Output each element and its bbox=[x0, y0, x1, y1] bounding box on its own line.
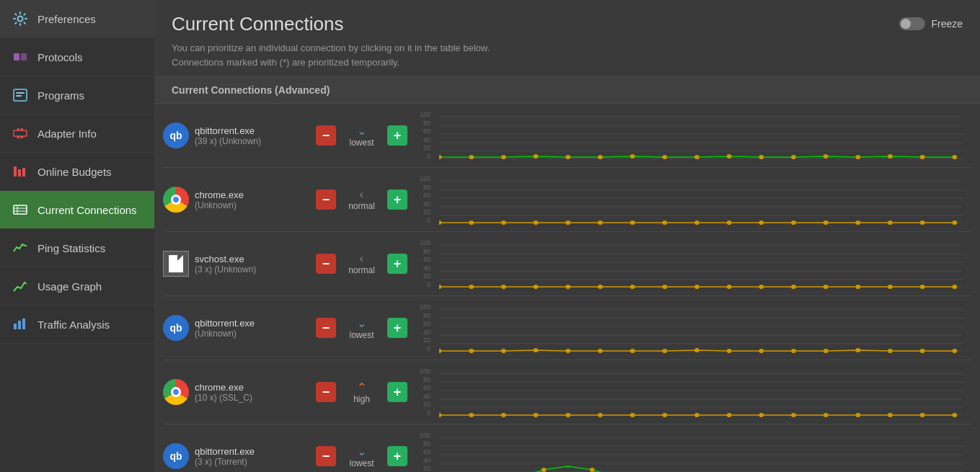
svg-point-36 bbox=[694, 155, 699, 159]
increase-priority-button[interactable]: + bbox=[387, 446, 407, 466]
sidebar-item-usage-graph[interactable]: Usage Graph bbox=[0, 267, 154, 306]
chart-y-axis: 100806040200 bbox=[413, 430, 431, 472]
increase-priority-button[interactable]: + bbox=[387, 382, 407, 402]
decrease-priority-button[interactable]: − bbox=[316, 190, 336, 210]
svg-rect-11 bbox=[14, 166, 17, 177]
app-details-text: (3 x) (Unknown) bbox=[195, 264, 310, 275]
decrease-priority-button[interactable]: − bbox=[316, 125, 336, 146]
svg-point-87 bbox=[855, 285, 860, 289]
app-name: qbittorrent.exe (39 x) (Unknown) bbox=[195, 125, 310, 146]
svg-point-131 bbox=[791, 413, 796, 417]
increase-priority-button[interactable]: + bbox=[387, 254, 407, 274]
gear-icon bbox=[12, 10, 29, 27]
svg-point-133 bbox=[855, 413, 860, 417]
app-details-text: (3 x) (Torrent) bbox=[195, 457, 310, 467]
svg-rect-5 bbox=[16, 95, 22, 97]
arrow-icon: ⌃ bbox=[357, 380, 366, 394]
svg-point-31 bbox=[534, 154, 539, 159]
sidebar-item-adapter-info[interactable]: Adapter Info bbox=[0, 115, 154, 153]
svg-point-66 bbox=[920, 221, 925, 225]
freeze-toggle[interactable]: Freeze bbox=[899, 17, 963, 30]
svg-point-35 bbox=[662, 155, 667, 159]
traffic-icon bbox=[12, 316, 29, 333]
table-row: qb qbittorrent.exe (3 x) (Torrent) − ⌄ l… bbox=[163, 424, 971, 472]
app-details-text: (Unknown) bbox=[195, 329, 310, 339]
sidebar-item-ping-statistics[interactable]: Ping Statistics bbox=[0, 229, 154, 267]
svg-point-88 bbox=[888, 285, 893, 289]
section-label: Current Connections (Advanced) bbox=[154, 77, 980, 104]
app-name: svchost.exe (3 x) (Unknown) bbox=[195, 254, 310, 275]
freeze-toggle-track[interactable] bbox=[899, 17, 925, 30]
svg-rect-20 bbox=[18, 321, 21, 329]
sidebar-item-online-budgets[interactable]: Online Budgets bbox=[0, 153, 154, 191]
svchost-inner bbox=[169, 255, 183, 272]
svg-point-30 bbox=[501, 155, 506, 159]
svg-point-34 bbox=[630, 154, 635, 159]
svg-point-62 bbox=[791, 221, 796, 225]
svg-point-123 bbox=[534, 413, 539, 417]
svg-point-110 bbox=[855, 348, 860, 352]
program-icon bbox=[12, 86, 29, 104]
svg-point-98 bbox=[469, 349, 474, 353]
svg-point-132 bbox=[824, 413, 829, 417]
svg-rect-13 bbox=[22, 168, 25, 177]
decrease-priority-button[interactable]: − bbox=[316, 254, 336, 274]
sidebar-label-preferences: Preferences bbox=[37, 13, 96, 25]
svg-point-90 bbox=[952, 285, 957, 289]
svg-point-134 bbox=[888, 413, 893, 417]
priority-text: lowest bbox=[349, 138, 374, 148]
svg-point-65 bbox=[888, 221, 893, 225]
increase-priority-button[interactable]: + bbox=[387, 318, 407, 338]
priority-text: lowest bbox=[349, 458, 374, 468]
decrease-priority-button[interactable]: − bbox=[316, 446, 336, 466]
increase-priority-button[interactable]: + bbox=[387, 125, 407, 146]
svg-point-103 bbox=[630, 349, 635, 353]
svg-point-100 bbox=[534, 348, 539, 352]
sidebar-label-programs: Programs bbox=[37, 89, 84, 102]
ping-icon bbox=[12, 239, 29, 257]
chart-y-axis: 100806040200 bbox=[413, 110, 431, 161]
decrease-priority-button[interactable]: − bbox=[316, 318, 336, 338]
table-row: qb qbittorrent.exe (Unknown) − ⌄ lowest … bbox=[163, 296, 971, 360]
desc-line1: You can prioritize an individual connect… bbox=[172, 43, 490, 53]
svg-rect-10 bbox=[21, 136, 23, 138]
svg-point-86 bbox=[824, 285, 829, 289]
priority-text: lowest bbox=[349, 330, 374, 340]
svg-point-121 bbox=[469, 413, 474, 417]
svg-point-113 bbox=[952, 349, 957, 353]
svg-point-44 bbox=[952, 155, 957, 159]
priority-indicator: ⌄ lowest bbox=[342, 316, 381, 340]
svg-point-147 bbox=[590, 468, 595, 472]
decrease-priority-button[interactable]: − bbox=[316, 382, 336, 402]
sidebar-label-usage-graph: Usage Graph bbox=[37, 280, 102, 293]
increase-priority-button[interactable]: + bbox=[387, 190, 407, 210]
svg-point-58 bbox=[662, 221, 667, 225]
app-name-text: svchost.exe bbox=[195, 254, 310, 264]
svg-point-104 bbox=[662, 349, 667, 353]
svg-point-40 bbox=[824, 154, 829, 159]
svg-rect-12 bbox=[18, 169, 21, 177]
svg-point-32 bbox=[565, 155, 570, 159]
svg-point-102 bbox=[598, 349, 603, 353]
svg-point-82 bbox=[694, 285, 699, 289]
sidebar-item-traffic-analysis[interactable]: Traffic Analysis bbox=[0, 306, 154, 344]
connection-chart bbox=[439, 430, 963, 472]
sidebar-label-online-budgets: Online Budgets bbox=[37, 166, 112, 178]
svg-point-128 bbox=[694, 413, 699, 417]
app-icon-chrome bbox=[163, 187, 189, 213]
svg-point-74 bbox=[439, 285, 441, 289]
svg-point-111 bbox=[888, 349, 893, 353]
app-name: chrome.exe (Unknown) bbox=[195, 190, 310, 210]
sidebar-item-programs[interactable]: Programs bbox=[0, 76, 154, 115]
sidebar-item-protocols[interactable]: Protocols bbox=[0, 38, 154, 76]
app-icon-svchost bbox=[163, 251, 189, 277]
chrome-inner bbox=[171, 387, 181, 397]
svg-point-29 bbox=[469, 155, 474, 159]
svg-point-81 bbox=[662, 285, 667, 289]
priority-text: high bbox=[353, 394, 370, 404]
svg-point-146 bbox=[542, 468, 547, 472]
sidebar-item-preferences[interactable]: Preferences bbox=[0, 0, 154, 38]
svg-point-57 bbox=[630, 221, 635, 225]
sidebar-item-current-connections[interactable]: Current Connections bbox=[0, 191, 154, 229]
svg-point-67 bbox=[952, 221, 957, 225]
